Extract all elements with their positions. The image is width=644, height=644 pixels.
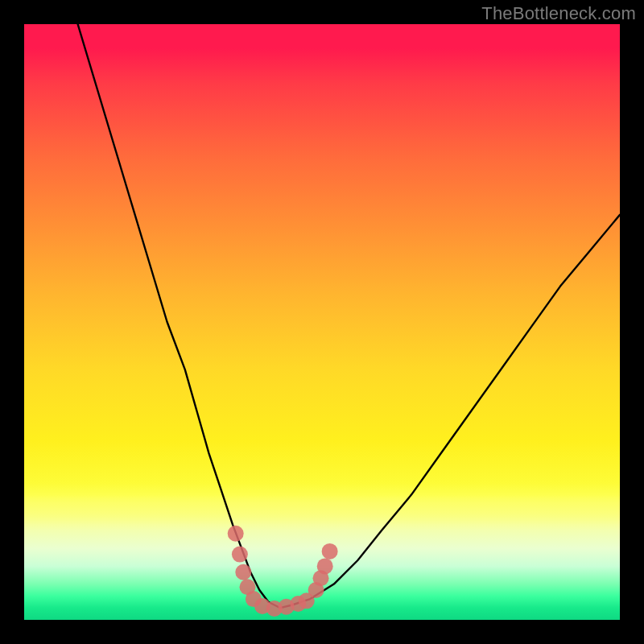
- data-marker: [235, 564, 251, 580]
- plot-area: [24, 24, 620, 620]
- data-marker: [228, 526, 244, 542]
- data-marker: [322, 543, 338, 559]
- watermark-text: TheBottleneck.com: [481, 3, 636, 24]
- chart-frame: TheBottleneck.com: [0, 0, 644, 644]
- data-marker: [232, 547, 248, 563]
- data-marker: [317, 558, 333, 574]
- chart-svg: [24, 24, 620, 620]
- markers-group: [228, 526, 338, 617]
- bottleneck-curve: [78, 24, 620, 608]
